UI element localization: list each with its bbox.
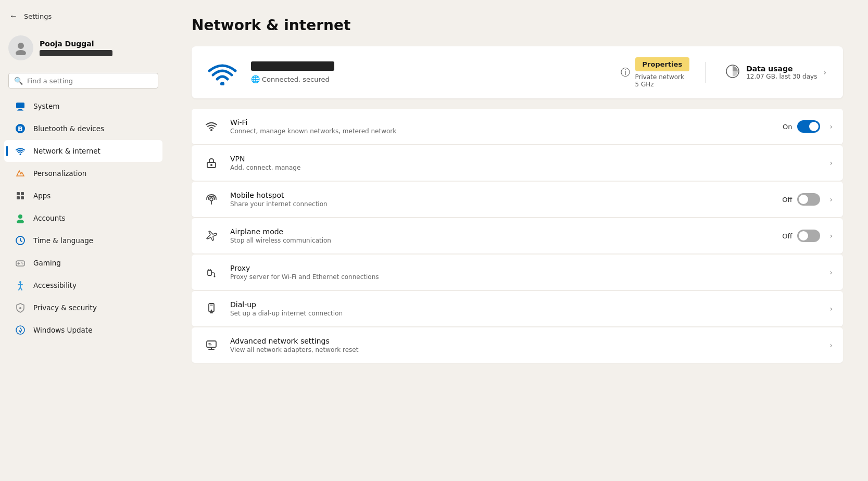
personalization-icon — [15, 168, 26, 179]
properties-button[interactable]: Properties — [635, 57, 690, 71]
svg-point-29 — [220, 82, 224, 85]
svg-text:B: B — [18, 125, 23, 133]
wifi-toggle-label: On — [783, 123, 792, 131]
dialup-chevron: › — [829, 305, 833, 313]
network-properties: ⓘ Properties Private network 5 GHz — [621, 57, 690, 88]
sidebar-item-network[interactable]: Network & internet — [4, 140, 162, 162]
data-usage-icon — [725, 64, 740, 81]
settings-list: Wi-Fi Connect, manage known networks, me… — [192, 109, 843, 363]
sidebar-item-label-personalization: Personalization — [33, 169, 86, 178]
airplane-control: Off › — [782, 230, 833, 242]
vpn-title: VPN — [230, 155, 816, 163]
user-name: Pooja Duggal — [40, 40, 112, 48]
sidebar-item-label-update: Windows Update — [33, 326, 92, 334]
wifi-large-icon — [204, 57, 241, 88]
airplane-toggle[interactable] — [797, 230, 820, 242]
sidebar-item-label-privacy: Privacy & security — [33, 303, 97, 312]
advanced-chevron: › — [829, 341, 833, 349]
vpn-icon — [202, 154, 221, 172]
data-usage-info: Data usage 12.07 GB, last 30 days — [746, 65, 817, 80]
dialup-text: Dial-up Set up a dial-up internet connec… — [230, 300, 816, 317]
accessibility-icon — [15, 280, 26, 291]
vpn-text: VPN Add, connect, manage — [230, 155, 816, 171]
svg-point-28 — [16, 326, 24, 334]
system-icon — [15, 100, 26, 112]
svg-point-27 — [19, 307, 21, 309]
hotspot-toggle[interactable] — [797, 193, 820, 206]
settings-item-dialup[interactable]: Dial-up Set up a dial-up internet connec… — [192, 291, 843, 326]
svg-point-33 — [210, 164, 212, 166]
sidebar-item-label-system: System — [33, 102, 59, 110]
search-icon: 🔍 — [14, 77, 23, 85]
search-input[interactable] — [27, 77, 153, 85]
props-info: ⓘ Properties Private network 5 GHz — [621, 57, 690, 88]
apps-icon — [15, 190, 26, 201]
sidebar-item-accessibility[interactable]: Accessibility — [4, 274, 162, 296]
sidebar-item-label-apps: Apps — [33, 192, 51, 200]
svg-point-12 — [18, 214, 22, 219]
settings-item-advanced[interactable]: Advanced network settings View all netwo… — [192, 327, 843, 363]
dialup-subtitle: Set up a dial-up internet connection — [230, 310, 816, 317]
advanced-text: Advanced network settings View all netwo… — [230, 337, 816, 353]
sidebar-item-apps[interactable]: Apps — [4, 185, 162, 207]
svg-point-20 — [21, 262, 22, 263]
hotspot-text: Mobile hotspot Share your internet conne… — [230, 191, 773, 208]
hotspot-control: Off › — [782, 193, 833, 206]
sidebar-item-privacy[interactable]: Privacy & security — [4, 297, 162, 319]
hotspot-icon — [202, 190, 221, 209]
settings-item-proxy[interactable]: Proxy Proxy server for Wi-Fi and Etherne… — [192, 255, 843, 290]
settings-item-wifi[interactable]: Wi-Fi Connect, manage known networks, me… — [192, 109, 843, 144]
wifi-toggle[interactable] — [797, 120, 820, 133]
proxy-control: › — [825, 268, 833, 276]
svg-point-39 — [214, 276, 216, 277]
svg-rect-9 — [21, 192, 24, 195]
sidebar-item-accounts[interactable]: Accounts — [4, 207, 162, 229]
info-icon: ⓘ — [621, 66, 630, 79]
sidebar-top: ← Settings — [0, 0, 167, 29]
sidebar-item-update[interactable]: Windows Update — [4, 319, 162, 341]
settings-item-vpn[interactable]: VPN Add, connect, manage › — [192, 145, 843, 181]
vertical-divider — [705, 62, 706, 83]
sidebar-item-personalization[interactable]: Personalization — [4, 162, 162, 184]
airplane-toggle-label: Off — [782, 232, 792, 240]
window-title: Settings — [24, 12, 52, 20]
proxy-subtitle: Proxy server for Wi-Fi and Ethernet conn… — [230, 273, 816, 281]
advanced-control: › — [825, 341, 833, 349]
main-content: Network & internet 🌐 Connected, secured … — [167, 0, 868, 481]
user-profile[interactable]: Pooja Duggal — [0, 29, 167, 69]
settings-item-airplane[interactable]: Airplane mode Stop all wireless communic… — [192, 218, 843, 254]
svg-rect-36 — [208, 270, 211, 275]
sidebar: ← Settings Pooja Duggal 🔍 — [0, 0, 167, 481]
hotspot-subtitle: Share your internet connection — [230, 200, 773, 208]
user-info: Pooja Duggal — [40, 40, 112, 56]
wifi-text: Wi-Fi Connect, manage known networks, me… — [230, 118, 773, 135]
back-button[interactable]: ← — [8, 9, 22, 23]
svg-rect-3 — [18, 109, 22, 110]
data-usage-section[interactable]: Data usage 12.07 GB, last 30 days › — [721, 62, 831, 83]
advanced-title: Advanced network settings — [230, 337, 816, 345]
svg-rect-44 — [207, 341, 216, 347]
sidebar-item-gaming[interactable]: Gaming — [4, 252, 162, 274]
svg-rect-4 — [17, 110, 23, 111]
hotspot-chevron: › — [829, 195, 833, 204]
svg-point-31 — [210, 129, 212, 131]
time-icon — [15, 235, 26, 246]
private-network-text: Private network — [635, 73, 690, 81]
page-title: Network & internet — [192, 17, 843, 34]
dialup-control: › — [825, 305, 833, 313]
network-status-text: 🌐 Connected, secured — [251, 75, 610, 83]
vpn-chevron: › — [829, 159, 833, 167]
sidebar-item-bluetooth[interactable]: B Bluetooth & devices — [4, 118, 162, 140]
sidebar-item-time[interactable]: Time & language — [4, 230, 162, 251]
vpn-control: › — [825, 159, 833, 167]
sidebar-item-label-network: Network & internet — [33, 147, 100, 155]
sidebar-item-system[interactable]: System — [4, 95, 162, 117]
search-box[interactable]: 🔍 — [8, 73, 158, 88]
sidebar-item-label-accounts: Accounts — [33, 214, 66, 222]
settings-item-hotspot[interactable]: Mobile hotspot Share your internet conne… — [192, 182, 843, 217]
user-email-redacted — [40, 50, 112, 56]
network-status-label: Connected, secured — [262, 75, 330, 83]
svg-line-16 — [20, 240, 22, 242]
wifi-subtitle: Connect, manage known networks, metered … — [230, 128, 773, 135]
svg-point-21 — [22, 263, 23, 264]
